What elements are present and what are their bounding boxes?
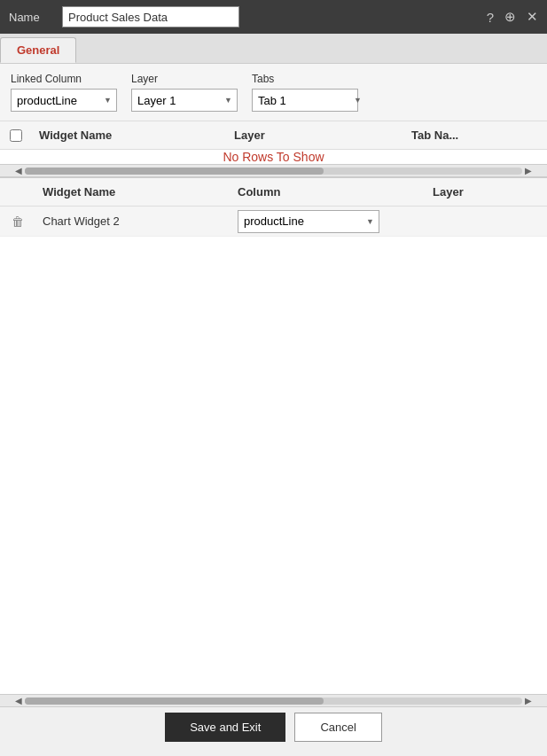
tabs-select-wrapper: Tab 1 — [252, 89, 367, 112]
lower-scroll-thumb[interactable] — [25, 698, 324, 705]
lower-scroll-left-arrow[interactable]: ◀ — [12, 696, 25, 705]
col-tab-name: Tab Na... — [404, 129, 547, 142]
layer-select-wrapper: Layer 1 — [131, 89, 238, 112]
footer: Save and Exit Cancel — [0, 706, 547, 756]
col-layer: Layer — [227, 129, 404, 142]
scroll-right-arrow[interactable]: ▶ — [522, 166, 535, 175]
layer-label: Layer — [131, 73, 238, 85]
dialog: Name ? ⊕ ✕ General Linked Column product… — [0, 0, 547, 756]
tabs-label: Tabs — [252, 73, 367, 85]
name-label: Name — [9, 11, 53, 24]
row-column-select[interactable]: productLine — [238, 210, 379, 233]
name-input[interactable] — [62, 6, 239, 27]
move-icon[interactable]: ⊕ — [504, 9, 516, 25]
row-widget-name: Chart Widget 2 — [35, 214, 231, 228]
help-icon[interactable]: ? — [487, 10, 494, 25]
close-icon[interactable]: ✕ — [527, 9, 538, 25]
lower-col-column: Column — [231, 185, 426, 199]
lower-scroll-track[interactable] — [25, 698, 522, 705]
footer-buttons: Save and Exit Cancel — [165, 713, 382, 756]
scroll-thumb[interactable] — [25, 168, 324, 175]
upper-table-header: Widget Name Layer Tab Na... — [0, 121, 547, 150]
lower-table-section: Widget Name Column Layer 🗑 Chart Widget … — [0, 177, 547, 706]
inner-select-wrapper: productLine — [238, 210, 379, 233]
header-checkbox[interactable] — [10, 129, 22, 142]
scroll-track[interactable] — [25, 168, 522, 175]
save-and-exit-button[interactable]: Save and Exit — [165, 713, 285, 742]
tabs-group: Tabs Tab 1 — [252, 73, 367, 112]
row-column-select-wrapper: productLine — [231, 210, 426, 233]
layer-select[interactable]: Layer 1 — [131, 89, 238, 112]
col-widget-name: Widget Name — [32, 129, 227, 142]
scroll-left-arrow[interactable]: ◀ — [12, 166, 25, 175]
lower-scrollbar[interactable]: ◀ ▶ — [0, 694, 547, 706]
title-bar: Name ? ⊕ ✕ — [0, 0, 547, 34]
linked-column-label: Linked Column — [11, 73, 117, 85]
lower-table-body: 🗑 Chart Widget 2 productLine — [0, 207, 547, 694]
layer-group: Layer Layer 1 — [131, 73, 238, 112]
delete-icon[interactable]: 🗑 — [0, 214, 35, 229]
upper-scrollbar[interactable]: ◀ ▶ — [0, 164, 547, 176]
linked-column-group: Linked Column productLine — [11, 73, 117, 112]
lower-scroll-right-arrow[interactable]: ▶ — [522, 696, 535, 705]
upper-table-section: Widget Name Layer Tab Na... No Rows To S… — [0, 121, 547, 177]
lower-col-widget-name: Widget Name — [35, 185, 231, 199]
linked-column-select-wrapper: productLine — [11, 89, 117, 112]
tab-general[interactable]: General — [0, 37, 76, 63]
filter-row: Linked Column productLine Layer Layer 1 … — [0, 64, 547, 121]
empty-message: No Rows To Show — [223, 150, 324, 164]
lower-col-layer: Layer — [426, 185, 547, 199]
title-bar-icons: ? ⊕ ✕ — [487, 9, 538, 25]
linked-column-select[interactable]: productLine — [11, 89, 117, 112]
lower-table-header: Widget Name Column Layer — [0, 178, 547, 207]
upper-table-body: No Rows To Show — [0, 150, 547, 164]
table-row: 🗑 Chart Widget 2 productLine — [0, 207, 547, 237]
cancel-button[interactable]: Cancel — [294, 713, 381, 742]
header-checkbox-cell — [0, 129, 32, 142]
tab-row: General — [0, 34, 547, 64]
tabs-select[interactable]: Tab 1 — [252, 89, 358, 112]
